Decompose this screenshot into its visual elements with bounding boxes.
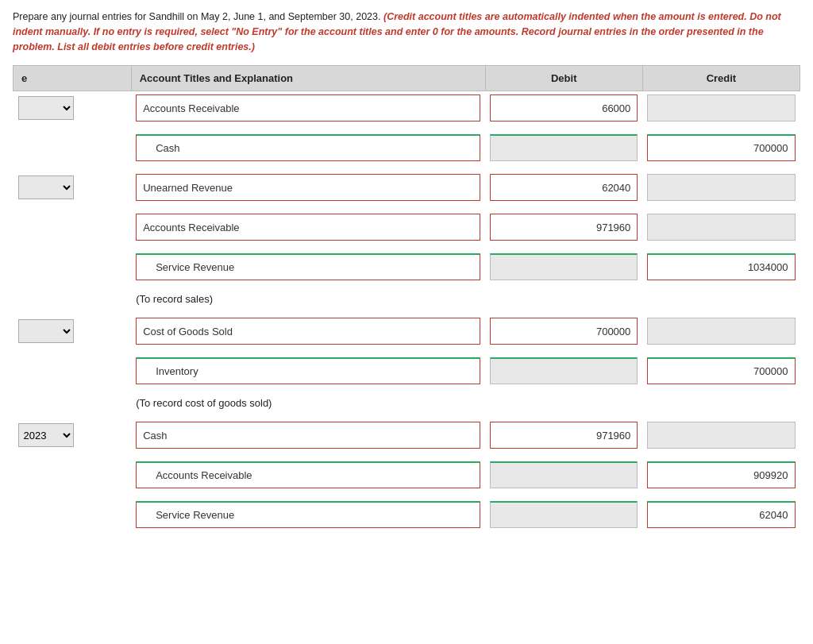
credit-input[interactable] (647, 134, 795, 161)
date-cell (13, 458, 132, 492)
table-row (13, 210, 800, 244)
instructions-normal: Prepare any journal entries for Sandhill… (13, 11, 380, 22)
account-input[interactable] (136, 214, 480, 241)
account-input[interactable] (136, 174, 480, 201)
debit-input[interactable] (490, 253, 638, 280)
debit-input[interactable] (490, 94, 638, 121)
date-cell (13, 498, 132, 531)
account-input[interactable] (136, 422, 480, 449)
credit-cell (642, 210, 800, 244)
debit-cell (485, 131, 642, 164)
credit-cell (642, 91, 800, 125)
table-row: 2023 2022 2024 (13, 91, 800, 125)
table-row (13, 458, 800, 492)
table-row (13, 250, 800, 283)
note-row: (To record cost of goods sold) (13, 394, 800, 412)
debit-input[interactable] (490, 501, 638, 528)
table-row: 2023 2022 2024 (13, 171, 800, 204)
credit-input[interactable] (647, 501, 795, 528)
table-row (13, 498, 800, 531)
debit-cell (485, 171, 642, 204)
debit-input[interactable] (490, 318, 638, 345)
note-date-cell (13, 394, 132, 412)
credit-input[interactable] (647, 318, 795, 345)
date-cell: 2023 2022 2024 (13, 418, 132, 452)
table-row: 2023 2022 2024 (13, 314, 800, 348)
account-cell (131, 91, 485, 125)
header-account: Account Titles and Explanation (131, 66, 485, 91)
header-credit: Credit (642, 66, 800, 91)
debit-input[interactable] (490, 422, 638, 449)
note-row: (To record sales) (13, 290, 800, 308)
table-row (13, 131, 800, 164)
credit-input[interactable] (647, 174, 795, 201)
account-cell (131, 458, 485, 492)
account-input[interactable] (136, 501, 480, 528)
credit-cell (642, 418, 800, 452)
instructions: Prepare any journal entries for Sandhill… (13, 10, 800, 54)
account-cell (131, 250, 485, 283)
account-input[interactable] (136, 94, 480, 121)
debit-cell (485, 210, 642, 244)
debit-cell (485, 418, 642, 452)
credit-cell (642, 171, 800, 204)
account-cell (131, 314, 485, 348)
account-input[interactable] (136, 134, 480, 161)
credit-cell (642, 354, 800, 388)
date-cell (13, 131, 132, 164)
date-select[interactable]: 2023 2022 2024 (18, 175, 74, 199)
date-cell (13, 210, 132, 244)
account-input[interactable] (136, 253, 480, 280)
debit-input[interactable] (490, 214, 638, 241)
credit-input[interactable] (647, 94, 795, 121)
account-cell (131, 354, 485, 388)
credit-input[interactable] (647, 214, 795, 241)
journal-table: e Account Titles and Explanation Debit C… (13, 65, 800, 538)
credit-cell (642, 314, 800, 348)
debit-input[interactable] (490, 174, 638, 201)
date-cell (13, 354, 132, 388)
date-select[interactable]: 2023 2022 2024 (18, 96, 74, 120)
date-cell (13, 250, 132, 283)
debit-cell (485, 91, 642, 125)
note-text: (To record sales) (131, 290, 800, 308)
date-select[interactable]: 2023 2022 2024 (18, 423, 74, 447)
account-input[interactable] (136, 461, 480, 488)
account-input[interactable] (136, 357, 480, 384)
date-select[interactable]: 2023 2022 2024 (18, 319, 74, 343)
debit-input[interactable] (490, 357, 638, 384)
note-date-cell (13, 290, 132, 308)
debit-cell (485, 354, 642, 388)
credit-input[interactable] (647, 253, 795, 280)
table-row: 2023 2022 2024 (13, 418, 800, 452)
account-cell (131, 498, 485, 531)
date-cell: 2023 2022 2024 (13, 171, 132, 204)
header-debit: Debit (485, 66, 642, 91)
account-input[interactable] (136, 318, 480, 345)
date-cell: 2023 2022 2024 (13, 314, 132, 348)
note-text: (To record cost of goods sold) (131, 394, 800, 412)
credit-cell (642, 131, 800, 164)
account-cell (131, 171, 485, 204)
credit-cell (642, 250, 800, 283)
debit-cell (485, 250, 642, 283)
credit-input[interactable] (647, 422, 795, 449)
table-row (13, 354, 800, 388)
date-cell: 2023 2022 2024 (13, 91, 132, 125)
debit-cell (485, 498, 642, 531)
credit-input[interactable] (647, 461, 795, 488)
account-cell (131, 210, 485, 244)
credit-cell (642, 498, 800, 531)
debit-input[interactable] (490, 461, 638, 488)
credit-input[interactable] (647, 357, 795, 384)
debit-cell (485, 314, 642, 348)
account-cell (131, 131, 485, 164)
account-cell (131, 418, 485, 452)
debit-input[interactable] (490, 134, 638, 161)
credit-cell (642, 458, 800, 492)
header-date: e (13, 66, 132, 91)
debit-cell (485, 458, 642, 492)
